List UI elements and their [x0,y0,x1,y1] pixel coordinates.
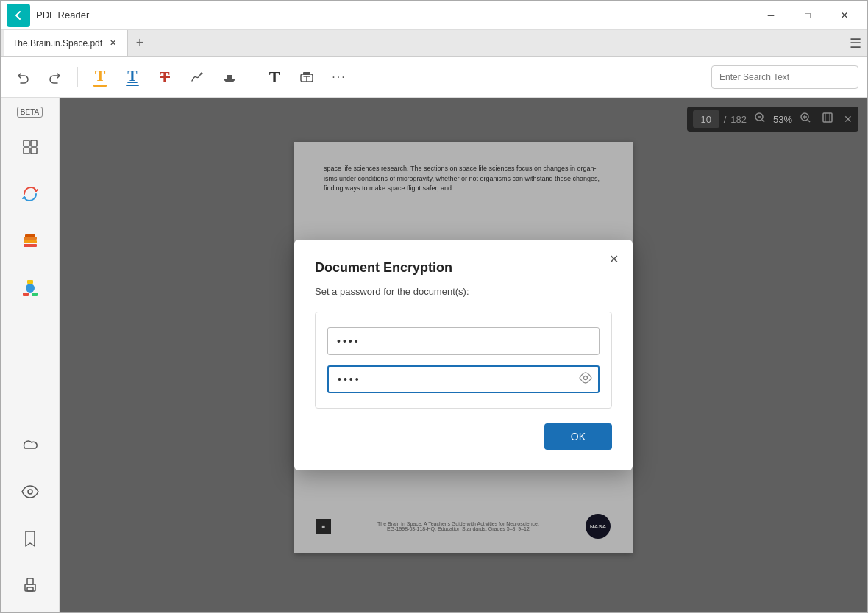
toolbar: T T T [1,57,867,98]
sidebar-sync-icon[interactable] [13,176,48,212]
undo-button[interactable] [10,64,36,90]
sidebar-color-icon[interactable] [13,270,48,306]
svg-point-31 [584,376,588,380]
app-title: PDF Reader [36,10,754,21]
strikethrough-text-button[interactable]: T [152,64,178,90]
ok-button[interactable]: OK [544,423,612,450]
svg-rect-20 [27,587,33,591]
svg-rect-12 [25,234,35,237]
svg-rect-10 [24,240,37,243]
main-area: BETA [1,98,867,612]
tab-right: ☰ [152,30,867,56]
redo-button[interactable] [42,64,68,90]
svg-rect-5 [24,140,29,146]
document-encryption-dialog: ✕ Document Encryption Set a password for… [294,240,633,470]
tab-bar: The.Brain.in.Space.pdf ✕ + ☰ [1,30,867,57]
new-tab-button[interactable]: + [128,30,152,56]
maximize-button[interactable]: □ [791,4,825,27]
svg-rect-8 [31,148,37,154]
password-field-2-wrap [327,365,600,393]
svg-point-13 [26,284,35,293]
stamp-button[interactable] [216,64,243,90]
svg-rect-7 [24,148,29,154]
modal-fields [315,312,612,409]
search-input[interactable] [711,65,858,89]
tab-label: The.Brain.in.Space.pdf [13,38,102,49]
svg-rect-16 [27,280,33,284]
svg-rect-2 [225,81,234,82]
toolbar-divider-2 [252,67,252,87]
minimize-button[interactable]: ─ [754,4,788,27]
bold-t-yellow-icon: T [95,68,106,84]
pdf-area: / 182 53% [60,98,867,612]
modal-title: Document Encryption [315,260,612,276]
case-button[interactable] [294,64,320,90]
signature-button[interactable] [184,64,210,90]
strikethrough-t-red-icon: T [160,70,169,85]
tab-close-button[interactable]: ✕ [107,37,118,49]
window-controls: ─ □ ✕ [754,4,861,27]
toolbar-divider-1 [77,67,78,87]
more-button[interactable]: ··· [326,64,352,90]
text-t-black-icon: T [269,68,280,87]
modal-footer: OK [315,423,612,450]
password-input-2[interactable] [327,365,600,393]
svg-rect-11 [24,244,37,247]
password-input-1[interactable] [327,327,600,355]
beta-badge[interactable]: BETA [17,107,43,118]
sidebar-stack-icon[interactable] [13,223,48,259]
sidebar-grid-icon[interactable] [13,129,48,165]
underline-t-blue-icon: T [127,68,137,83]
sidebar-bottom [13,427,48,603]
menu-icon[interactable]: ☰ [850,35,861,51]
modal-overlay: ✕ Document Encryption Set a password for… [60,98,867,612]
svg-rect-14 [23,293,29,296]
sidebar-eye-icon[interactable] [13,474,48,509]
back-button[interactable] [7,4,30,27]
modal-close-button[interactable]: ✕ [605,250,622,268]
password-field-1-wrap [327,327,600,355]
svg-rect-1 [227,75,232,79]
svg-rect-15 [32,293,38,296]
title-bar: PDF Reader ─ □ ✕ [1,1,867,30]
sidebar-print-icon[interactable] [13,568,48,603]
toggle-password-visibility-icon[interactable] [579,371,592,387]
tab-brain-pdf[interactable]: The.Brain.in.Space.pdf ✕ [4,30,128,56]
left-sidebar: BETA [1,98,60,612]
text-tool-button[interactable]: T [261,64,288,90]
sidebar-bookmark-icon[interactable] [13,521,48,556]
svg-rect-6 [31,140,37,146]
modal-subtitle: Set a password for the document(s): [315,286,612,297]
sidebar-cloud-icon[interactable] [13,427,48,462]
highlight-text-button[interactable]: T [87,64,113,90]
svg-rect-19 [27,578,33,584]
svg-rect-4 [303,72,310,75]
svg-point-17 [28,490,32,494]
underline-text-button[interactable]: T [119,64,146,90]
close-button[interactable]: ✕ [828,4,861,27]
